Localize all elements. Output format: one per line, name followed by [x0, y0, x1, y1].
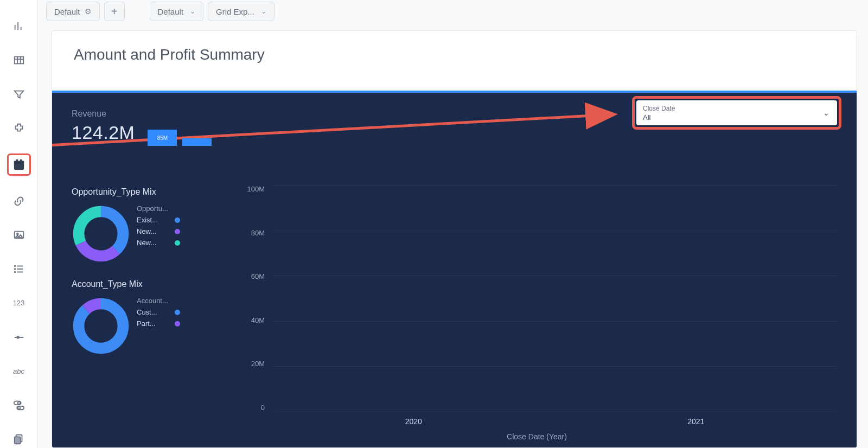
image-icon[interactable]: [9, 226, 29, 244]
chevron-down-icon: ⌄: [190, 8, 195, 15]
svg-point-10: [14, 272, 15, 273]
add-tab-button[interactable]: +: [104, 2, 125, 21]
top-tab-strip: Default ⚙ + Default ⌄ Grid Exp... ⌄: [46, 0, 857, 22]
tab-default-label: Default: [54, 7, 80, 16]
pages-icon[interactable]: [9, 430, 29, 448]
select-default-label: Default: [158, 7, 184, 16]
account-type-mix: Account_Type Mix Account... Cust...Part.…: [72, 279, 213, 355]
revenue-label: Revenue: [72, 109, 135, 119]
y-tick: 60M: [237, 272, 265, 280]
component-icon[interactable]: [9, 119, 29, 137]
x-category: 2020: [272, 417, 555, 426]
select-default[interactable]: Default ⌄: [150, 2, 204, 21]
filter-icon[interactable]: [9, 85, 29, 103]
svg-text:12: 12: [16, 163, 21, 168]
left-icon-rail: 12 123 abc: [0, 0, 38, 448]
svg-point-15: [17, 407, 20, 409]
account-donut-title: Account_Type Mix: [72, 279, 213, 289]
legend-item[interactable]: Cust...: [137, 308, 180, 316]
x-category: 2021: [555, 417, 838, 426]
mini-bar-1: 85M: [148, 130, 177, 146]
close-date-filter-label: Close Date: [643, 105, 831, 112]
legend-label: New...: [137, 227, 156, 235]
close-date-filter-value: All: [643, 113, 831, 121]
y-tick: 80M: [237, 229, 265, 237]
svg-rect-3: [16, 159, 17, 162]
list-icon[interactable]: [9, 260, 29, 278]
legend-swatch: [175, 240, 180, 246]
bar-chart-bars: [272, 185, 837, 412]
revenue-sparkline: 85M: [148, 119, 212, 146]
legend-item[interactable]: New...: [137, 227, 180, 235]
svg-point-11: [16, 336, 20, 339]
svg-point-8: [14, 266, 15, 267]
revenue-value: 124.2M: [72, 122, 135, 143]
chevron-down-icon: ⌄: [823, 108, 829, 117]
legend-item[interactable]: New...: [137, 239, 180, 247]
svg-point-7: [16, 233, 18, 235]
y-tick: 100M: [237, 185, 265, 193]
account-legend: Account... Cust...Part...: [137, 297, 180, 331]
legend-swatch: [175, 229, 180, 234]
donut-column: Opportunity_Type Mix Opportu... Exist...…: [72, 187, 213, 442]
text-icon[interactable]: abc: [9, 362, 29, 380]
toggle-icon[interactable]: [9, 396, 29, 414]
number-icon[interactable]: 123: [9, 294, 29, 312]
revenue-kpi: Revenue 124.2M: [72, 109, 135, 143]
account-legend-head: Account...: [137, 297, 180, 305]
chart-bar-icon[interactable]: [9, 17, 29, 35]
svg-rect-0: [14, 57, 23, 64]
legend-label: Cust...: [137, 308, 157, 316]
bar-chart-yaxis: 100M80M60M40M20M0: [237, 185, 269, 412]
svg-rect-17: [14, 437, 20, 444]
dashboard-canvas: Revenue 124.2M 85M Close Date All ⌄ Oppo…: [52, 91, 857, 447]
select-grid-exp-label: Grid Exp...: [216, 7, 254, 16]
y-tick: 0: [237, 404, 265, 412]
svg-rect-4: [20, 159, 21, 162]
table-icon[interactable]: [9, 52, 29, 69]
chevron-down-icon: ⌄: [261, 8, 266, 15]
legend-label: New...: [137, 239, 156, 247]
legend-swatch: [175, 310, 180, 315]
main-panel: Amount and Profit Summary Revenue 124.2M…: [52, 30, 857, 448]
opportunity-legend: Opportu... Exist...New...New...: [137, 204, 180, 250]
bar-chart-xlabel: Close Date (Year): [237, 432, 837, 441]
legend-swatch: [175, 217, 180, 223]
date-widget-icon[interactable]: 12: [7, 153, 31, 176]
svg-point-13: [17, 402, 20, 405]
svg-point-9: [14, 268, 15, 270]
legend-swatch: [175, 321, 180, 327]
bar-chart-xaxis: 20202021: [272, 417, 837, 426]
plus-icon: +: [111, 5, 118, 18]
link-icon[interactable]: [9, 192, 29, 210]
legend-item[interactable]: Part...: [137, 319, 180, 328]
y-tick: 40M: [237, 316, 265, 324]
gear-icon: ⚙: [85, 7, 92, 16]
opportunity-type-mix: Opportunity_Type Mix Opportu... Exist...…: [72, 187, 213, 263]
mini-bar-2: [182, 138, 212, 146]
opportunity-donut-chart: [72, 204, 130, 263]
opportunity-legend-head: Opportu...: [137, 204, 180, 213]
page-title: Amount and Profit Summary: [52, 31, 857, 76]
svg-point-22: [79, 304, 123, 348]
slider-icon[interactable]: [9, 328, 29, 346]
account-donut-chart: [72, 297, 130, 355]
y-tick: 20M: [237, 360, 265, 368]
close-date-bar-chart: 100M80M60M40M20M0 20202021 Close Date (Y…: [237, 185, 837, 442]
legend-item[interactable]: Exist...: [137, 216, 180, 224]
tab-default[interactable]: Default ⚙: [46, 2, 100, 21]
legend-label: Part...: [137, 319, 156, 328]
opportunity-donut-title: Opportunity_Type Mix: [72, 187, 213, 197]
select-grid-exp[interactable]: Grid Exp... ⌄: [208, 2, 275, 21]
legend-label: Exist...: [137, 216, 158, 224]
close-date-filter[interactable]: Close Date All ⌄: [636, 100, 837, 125]
